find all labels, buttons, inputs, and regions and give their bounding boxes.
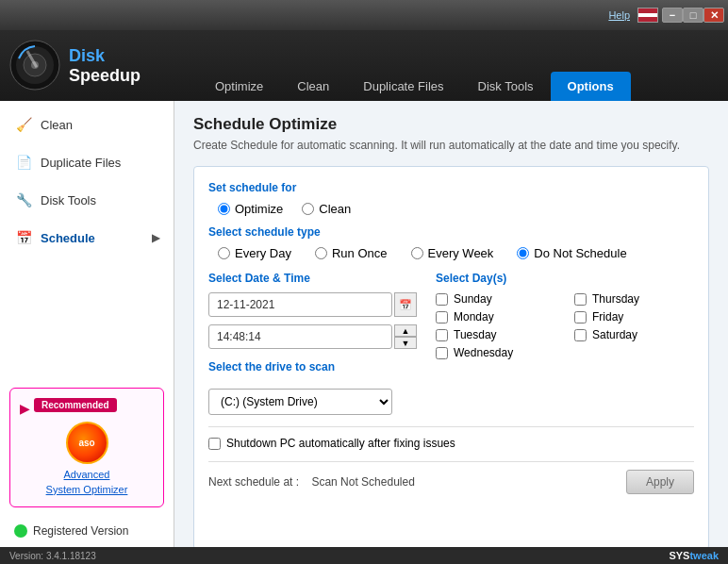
recommended-badge-wrap: ▶ Recommended xyxy=(20,398,154,418)
schedule-for-radio-row: Optimize Clean xyxy=(208,202,694,216)
time-row: ▲ ▼ xyxy=(208,324,417,349)
sidebar-item-schedule-label: Schedule xyxy=(41,231,95,245)
time-up-button[interactable]: ▲ xyxy=(394,324,417,337)
sidebar-item-duplicate-label: Duplicate Files xyxy=(41,156,121,170)
header: Disk Speedup Optimize Clean Duplicate Fi… xyxy=(0,30,728,101)
content-area: Schedule Optimize Create Schedule for au… xyxy=(174,101,728,564)
day-tuesday[interactable]: Tuesday xyxy=(436,328,555,341)
recommended-arrow-icon: ▶ xyxy=(20,401,30,416)
sidebar-item-schedule[interactable]: 📅 Schedule ▶ xyxy=(0,219,174,257)
help-link[interactable]: Help xyxy=(608,9,630,21)
registered-label: Registered Version xyxy=(33,524,128,538)
days-label: Select Day(s) xyxy=(436,272,694,285)
schedule-box: Set schedule for Optimize Clean Select s… xyxy=(193,166,709,550)
day-friday[interactable]: Friday xyxy=(574,310,694,323)
apply-button[interactable]: Apply xyxy=(626,470,694,494)
logo-disk-icon xyxy=(9,40,61,91)
recommended-section: ▶ Recommended aso Advanced System Optimi… xyxy=(9,388,164,507)
schedule-type-row: Every Day Run Once Every Week Do Not Sch… xyxy=(208,246,694,260)
radio-every-week-label: Every Week xyxy=(428,246,494,260)
sidebar-arrow-icon: ▶ xyxy=(152,232,159,244)
recommended-label: Recommended xyxy=(34,398,117,412)
tab-options[interactable]: Options xyxy=(551,72,631,101)
disk-tools-icon: 🔧 xyxy=(14,191,33,209)
schedule-icon: 📅 xyxy=(14,228,33,247)
day-thursday[interactable]: Thursday xyxy=(574,292,694,306)
tab-duplicate-files[interactable]: Duplicate Files xyxy=(346,72,460,101)
page-title: Schedule Optimize xyxy=(193,115,709,134)
flag-icon xyxy=(637,8,658,23)
clean-icon: 🧹 xyxy=(14,115,33,134)
day-monday[interactable]: Monday xyxy=(436,310,555,323)
date-row: 📅 xyxy=(208,292,417,317)
systweak-logo: SYStweak xyxy=(669,550,719,561)
nav-tabs: Optimize Clean Duplicate Files Disk Tool… xyxy=(198,30,719,101)
time-input[interactable] xyxy=(208,324,392,349)
registered-section: Registered Version xyxy=(0,517,174,545)
shutdown-label: Shutdown PC automatically after fixing i… xyxy=(226,437,455,450)
date-picker-button[interactable]: 📅 xyxy=(394,292,417,317)
sidebar-item-clean[interactable]: 🧹 Clean xyxy=(0,106,174,143)
radio-every-day-label: Every Day xyxy=(235,246,291,260)
duplicate-files-icon: 📄 xyxy=(14,153,33,172)
radio-optimize-label: Optimize xyxy=(235,202,283,216)
logo-area: Disk Speedup xyxy=(9,40,198,91)
minimize-button[interactable]: − xyxy=(662,8,683,23)
version-label: Version: 3.4.1.18123 xyxy=(9,551,96,561)
day-monday-label: Monday xyxy=(454,310,494,323)
datetime-days-columns: Select Date & Time 📅 ▲ ▼ Select the driv… xyxy=(208,272,694,415)
schedule-type-label: Select schedule type xyxy=(208,225,694,239)
close-button[interactable]: ✕ xyxy=(703,8,724,23)
logo-speedup-text: Speedup xyxy=(69,66,141,86)
radio-clean[interactable]: Clean xyxy=(302,202,351,216)
radio-run-once[interactable]: Run Once xyxy=(315,246,388,260)
day-saturday[interactable]: Saturday xyxy=(574,328,694,341)
radio-optimize[interactable]: Optimize xyxy=(218,202,283,216)
aso-logo: aso xyxy=(66,422,108,464)
time-down-button[interactable]: ▼ xyxy=(394,337,417,349)
tab-disk-tools[interactable]: Disk Tools xyxy=(461,72,551,101)
set-schedule-for-label: Set schedule for xyxy=(208,181,694,194)
radio-do-not-schedule[interactable]: Do Not Schedule xyxy=(517,246,626,260)
logo-disk-text: Disk xyxy=(69,46,141,66)
drive-select[interactable]: (C:) (System Drive) xyxy=(208,389,392,415)
day-wednesday[interactable]: Wednesday xyxy=(436,346,555,359)
main-container: 🧹 Clean 📄 Duplicate Files 🔧 Disk Tools 📅… xyxy=(0,101,728,564)
radio-every-week[interactable]: Every Week xyxy=(411,246,494,260)
day-tuesday-label: Tuesday xyxy=(454,328,497,341)
next-schedule-row: Next schedule at : Scan Not Scheduled Ap… xyxy=(208,461,694,494)
shutdown-checkbox[interactable] xyxy=(208,438,221,450)
drive-label: Select the drive to scan xyxy=(208,360,417,373)
next-schedule-value: Scan Not Scheduled xyxy=(311,475,414,489)
content-description: Create Schedule for automatic scanning. … xyxy=(193,139,709,152)
day-thursday-label: Thursday xyxy=(592,292,639,306)
next-schedule-text: Next schedule at : Scan Not Scheduled xyxy=(208,475,415,489)
days-grid: Sunday Thursday Monday Friday xyxy=(436,292,694,359)
tab-optimize[interactable]: Optimize xyxy=(198,72,280,101)
time-spinner: ▲ ▼ xyxy=(394,324,417,349)
radio-every-day[interactable]: Every Day xyxy=(218,246,291,260)
date-input[interactable] xyxy=(208,292,392,317)
next-schedule-label: Next schedule at : xyxy=(208,475,299,489)
tab-clean[interactable]: Clean xyxy=(280,72,346,101)
radio-run-once-label: Run Once xyxy=(332,246,388,260)
day-saturday-label: Saturday xyxy=(592,328,637,341)
aso-link[interactable]: Advanced System Optimizer xyxy=(20,468,154,497)
sidebar-item-duplicate-files[interactable]: 📄 Duplicate Files xyxy=(0,143,174,181)
col-datetime: Select Date & Time 📅 ▲ ▼ Select the driv… xyxy=(208,272,417,415)
day-sunday-label: Sunday xyxy=(454,292,492,306)
day-friday-label: Friday xyxy=(592,310,623,323)
day-sunday[interactable]: Sunday xyxy=(436,292,555,306)
radio-clean-label: Clean xyxy=(319,202,351,216)
radio-do-not-schedule-label: Do Not Schedule xyxy=(534,246,626,260)
sidebar: 🧹 Clean 📄 Duplicate Files 🔧 Disk Tools 📅… xyxy=(0,101,174,564)
date-time-label: Select Date & Time xyxy=(208,272,417,285)
bottom-bar: Version: 3.4.1.18123 SYStweak xyxy=(0,547,728,564)
day-wednesday-label: Wednesday xyxy=(454,346,513,359)
registered-check-icon xyxy=(14,524,27,538)
maximize-button[interactable]: □ xyxy=(683,8,703,23)
sidebar-item-disktools-label: Disk Tools xyxy=(41,193,96,207)
sidebar-item-disk-tools[interactable]: 🔧 Disk Tools xyxy=(0,181,174,219)
aso-logo-text: aso xyxy=(78,438,94,448)
logo-text: Disk Speedup xyxy=(69,46,141,86)
